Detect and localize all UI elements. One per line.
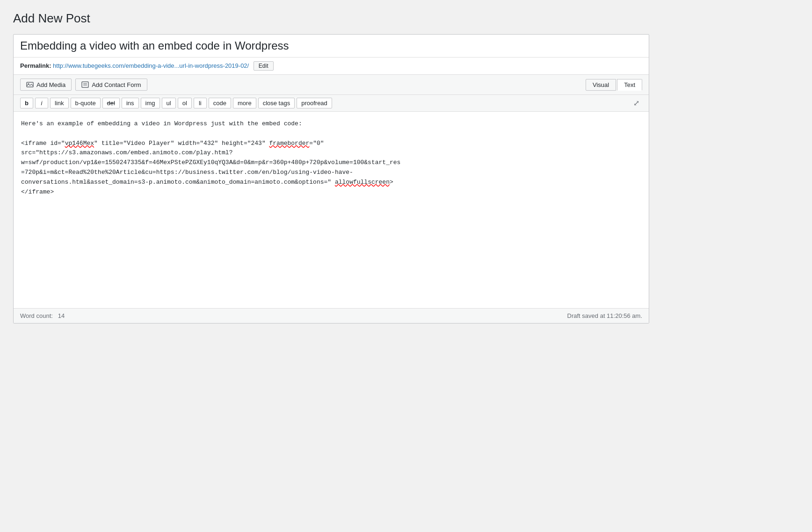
word-count: Word count: 14 (20, 312, 65, 319)
add-media-icon (26, 81, 34, 88)
post-title-input[interactable] (20, 39, 642, 52)
edit-permalink-button[interactable]: Edit (254, 61, 274, 71)
expand-button[interactable]: ⤢ (631, 98, 642, 108)
format-bar: b i link b-quote del ins img ul ol li co… (14, 95, 649, 112)
title-row (14, 35, 649, 58)
squiggly-frameborder: frameborder (269, 140, 310, 147)
toolbar-row: Add Media Add Contact Form Visual Text (14, 75, 649, 95)
word-count-label: Word count: (20, 312, 53, 319)
add-contact-form-button[interactable]: Add Contact Form (75, 79, 147, 91)
bquote-button[interactable]: b-quote (71, 98, 101, 108)
link-button[interactable]: link (50, 98, 69, 108)
word-count-value: 14 (58, 312, 65, 319)
add-contact-form-label: Add Contact Form (92, 81, 141, 88)
add-media-button[interactable]: Add Media (20, 79, 72, 91)
ul-button[interactable]: ul (162, 98, 176, 108)
visual-tab[interactable]: Visual (586, 79, 616, 91)
add-media-label: Add Media (36, 81, 65, 88)
li-button[interactable]: li (194, 98, 207, 108)
editor-area: Here's an example of embedding a video i… (14, 112, 649, 308)
code-button[interactable]: code (209, 98, 231, 108)
expand-icon: ⤢ (633, 99, 639, 107)
squiggly-vp146mex: vp146Mex (65, 140, 94, 147)
ol-button[interactable]: ol (178, 98, 192, 108)
italic-button[interactable]: i (35, 98, 48, 108)
del-button[interactable]: del (102, 98, 120, 108)
permalink-row: Permalink: http://www.tubegeeks.com/embe… (14, 58, 649, 75)
contact-form-icon (81, 81, 89, 88)
draft-saved: Draft saved at 11:20:56 am. (567, 312, 642, 319)
more-button[interactable]: more (233, 98, 256, 108)
toolbar-left: Add Media Add Contact Form (20, 79, 147, 91)
editor-wrap: Permalink: http://www.tubegeeks.com/embe… (13, 34, 649, 324)
close-tags-button[interactable]: close tags (258, 98, 295, 108)
text-tab[interactable]: Text (617, 79, 642, 91)
toolbar-right: Visual Text (586, 79, 642, 91)
page-title: Add New Post (13, 11, 799, 26)
proofread-button[interactable]: proofread (297, 98, 332, 108)
svg-rect-0 (27, 82, 33, 87)
img-button[interactable]: img (141, 98, 160, 108)
squiggly-allowfullscreen: allowfullscreen (335, 179, 390, 186)
footer-row: Word count: 14 Draft saved at 11:20:56 a… (14, 308, 649, 323)
bold-button[interactable]: b (20, 98, 33, 108)
permalink-label: Permalink: (20, 62, 51, 69)
editor-content: Here's an example of embedding a video i… (21, 119, 641, 197)
svg-rect-2 (82, 82, 88, 87)
ins-button[interactable]: ins (122, 98, 139, 108)
permalink-link[interactable]: http://www.tubegeeks.com/embedding-a-vid… (53, 62, 249, 69)
